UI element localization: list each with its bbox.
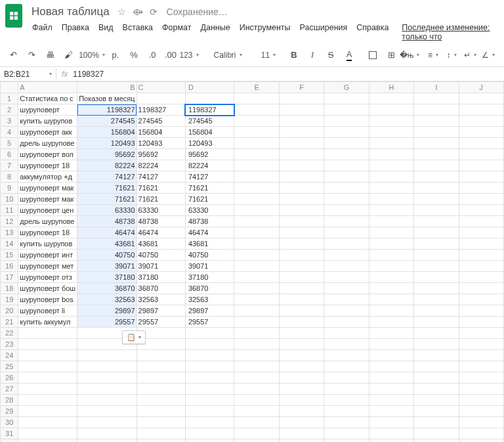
cell[interactable] xyxy=(185,372,234,384)
wrap-button[interactable]: ↵ xyxy=(462,47,478,63)
cell[interactable] xyxy=(279,305,324,317)
cell[interactable] xyxy=(459,350,503,361)
cell[interactable] xyxy=(414,116,459,127)
cell[interactable] xyxy=(279,317,324,328)
cell[interactable]: 120493 xyxy=(136,138,185,149)
cell[interactable] xyxy=(414,283,459,294)
cell[interactable]: 29897 xyxy=(77,305,136,317)
cell[interactable] xyxy=(234,428,279,439)
cell[interactable] xyxy=(324,250,369,261)
cell[interactable] xyxy=(324,428,369,439)
cell[interactable] xyxy=(136,406,185,417)
cell[interactable] xyxy=(414,205,459,216)
row-header[interactable]: 32 xyxy=(1,439,18,443)
cell[interactable] xyxy=(369,160,414,171)
cell[interactable] xyxy=(414,238,459,250)
cell[interactable] xyxy=(459,194,503,205)
font-select[interactable]: Calibri xyxy=(205,47,251,63)
cell[interactable] xyxy=(234,361,279,372)
dec-decrease-button[interactable]: .0 xyxy=(144,47,160,63)
cell[interactable] xyxy=(234,294,279,305)
cell[interactable] xyxy=(459,116,503,127)
cell[interactable] xyxy=(459,294,503,305)
cell[interactable] xyxy=(234,350,279,361)
cell[interactable] xyxy=(414,93,459,104)
cell[interactable] xyxy=(279,194,324,205)
cell[interactable] xyxy=(459,138,503,149)
cell[interactable]: аккумулятор +д xyxy=(18,171,77,183)
cell[interactable] xyxy=(324,372,369,384)
col-header-C[interactable]: C xyxy=(136,82,185,93)
spreadsheet-grid[interactable]: ABCDEFGHIJ1Статистика по сПоказов в меся… xyxy=(0,81,504,442)
cell[interactable] xyxy=(459,160,503,171)
cell[interactable] xyxy=(414,428,459,439)
cell[interactable]: 36870 xyxy=(185,283,234,294)
cell[interactable] xyxy=(77,372,136,384)
cell[interactable] xyxy=(279,238,324,250)
row-header[interactable]: 4 xyxy=(1,127,18,138)
cell[interactable] xyxy=(324,194,369,205)
cell[interactable]: 71621 xyxy=(185,183,234,194)
cell[interactable] xyxy=(234,127,279,138)
cell[interactable]: Статистика по с xyxy=(18,93,77,104)
cell[interactable] xyxy=(279,261,324,272)
cell[interactable] xyxy=(414,417,459,428)
cell[interactable] xyxy=(279,372,324,384)
cell[interactable] xyxy=(234,395,279,406)
cell[interactable] xyxy=(459,171,503,183)
cell[interactable] xyxy=(324,272,369,283)
cell[interactable] xyxy=(279,104,324,116)
menu-edit[interactable]: Правка xyxy=(58,21,93,43)
cell[interactable] xyxy=(185,417,234,428)
menu-extensions[interactable]: Расширения xyxy=(297,21,351,43)
cell[interactable] xyxy=(459,149,503,160)
cell[interactable] xyxy=(369,417,414,428)
cell[interactable] xyxy=(279,294,324,305)
cell[interactable] xyxy=(324,216,369,227)
cell[interactable] xyxy=(279,339,324,350)
cell[interactable] xyxy=(234,227,279,238)
cell[interactable]: Показов в месяц xyxy=(77,93,136,104)
cell[interactable] xyxy=(414,194,459,205)
zoom-select[interactable]: 100% xyxy=(84,47,100,63)
menu-help[interactable]: Справка xyxy=(353,21,392,43)
row-header[interactable]: 25 xyxy=(1,361,18,372)
cell[interactable] xyxy=(18,339,77,350)
cell[interactable]: 29557 xyxy=(77,317,136,328)
cell[interactable] xyxy=(279,138,324,149)
cell[interactable] xyxy=(369,93,414,104)
cell[interactable] xyxy=(136,428,185,439)
cell[interactable] xyxy=(369,116,414,127)
cell[interactable] xyxy=(234,194,279,205)
cell[interactable] xyxy=(459,250,503,261)
print-icon[interactable]: 🖶 xyxy=(42,47,58,63)
cell[interactable] xyxy=(324,317,369,328)
cell[interactable] xyxy=(279,395,324,406)
cell[interactable]: шуруповерт мет xyxy=(18,261,77,272)
cell[interactable] xyxy=(279,216,324,227)
strike-button[interactable]: S xyxy=(323,47,339,63)
cell[interactable] xyxy=(279,93,324,104)
cell[interactable]: 36870 xyxy=(77,283,136,294)
cell[interactable] xyxy=(77,439,136,443)
cell[interactable] xyxy=(234,305,279,317)
cell[interactable] xyxy=(459,339,503,350)
cell[interactable]: 71621 xyxy=(136,194,185,205)
cell[interactable]: 74127 xyxy=(136,171,185,183)
cell[interactable] xyxy=(185,428,234,439)
cell[interactable] xyxy=(459,216,503,227)
cell[interactable] xyxy=(324,160,369,171)
row-header[interactable]: 24 xyxy=(1,350,18,361)
cell[interactable] xyxy=(324,339,369,350)
cell[interactable] xyxy=(279,127,324,138)
cell[interactable] xyxy=(324,205,369,216)
dec-increase-button[interactable]: .00 xyxy=(163,47,178,63)
cell[interactable] xyxy=(185,384,234,395)
cell[interactable]: шуруповерт мак xyxy=(18,194,77,205)
cell[interactable]: 274545 xyxy=(185,116,234,127)
cell[interactable] xyxy=(185,350,234,361)
cell[interactable] xyxy=(369,227,414,238)
cell[interactable] xyxy=(136,372,185,384)
cell[interactable] xyxy=(369,194,414,205)
rotate-button[interactable]: ∠ xyxy=(480,47,496,63)
